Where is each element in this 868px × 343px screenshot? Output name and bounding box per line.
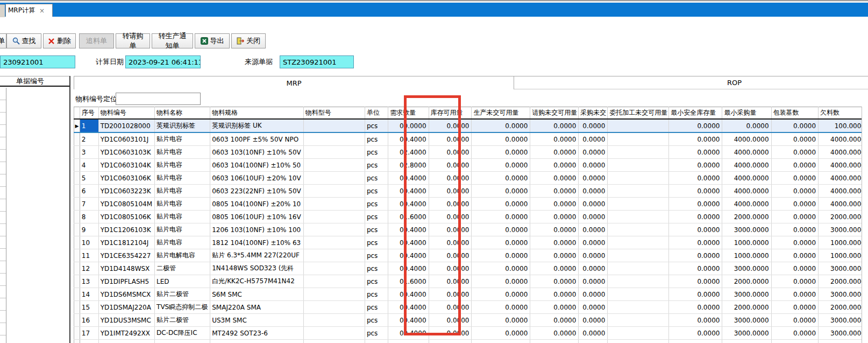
- cell-purchase-open[interactable]: 0.0000: [579, 314, 608, 327]
- cell-model[interactable]: [303, 288, 365, 301]
- cell-demand-qty[interactable]: 01.6000: [388, 275, 429, 288]
- cell-shortage-qty[interactable]: 3000.0000: [819, 314, 868, 327]
- bill-no-field[interactable]: 230921001: [0, 55, 75, 68]
- cell-shortage-qty[interactable]: 1000.0000: [819, 236, 868, 249]
- cell-demand-qty[interactable]: 00.4000: [388, 185, 429, 198]
- cell-shortage-qty[interactable]: 100.0000: [819, 119, 868, 132]
- cell-production-open[interactable]: 0.0000: [472, 146, 530, 159]
- cell-production-open[interactable]: 0.0000: [472, 172, 530, 185]
- cell-shortage-qty[interactable]: 4000.0000: [819, 132, 868, 146]
- cell-production-open[interactable]: 0.0000: [472, 159, 530, 172]
- cell-unit[interactable]: pcs: [365, 159, 388, 172]
- cell-purchase-open[interactable]: 0.0000: [579, 211, 608, 223]
- cell-code[interactable]: YD1C0603104K: [98, 159, 154, 172]
- row-selector[interactable]: [74, 185, 80, 198]
- cell-name[interactable]: 贴片二极管: [155, 288, 210, 301]
- cell-code[interactable]: YD1C1812104J: [98, 236, 154, 249]
- cell-spec[interactable]: 0603 103(10NF) ±10% 50V: [210, 146, 304, 159]
- cell-requisition-open[interactable]: 0.0000: [530, 198, 579, 211]
- cell-requisition-open[interactable]: 0.0000: [530, 211, 579, 223]
- cell-stock-available[interactable]: 0.0000: [429, 223, 472, 236]
- column-header-demand-qty[interactable]: 需求数量: [388, 107, 429, 120]
- row-selector[interactable]: ▶: [74, 119, 80, 132]
- cell-demand-qty[interactable]: 00.4000: [388, 327, 429, 340]
- cell-seq[interactable]: 5: [80, 172, 98, 185]
- cell-shortage-qty[interactable]: 1000.0000: [819, 249, 868, 262]
- tab-close-icon[interactable]: ×: [39, 8, 45, 14]
- cell-name[interactable]: 贴片电容: [155, 172, 210, 185]
- cell-demand-qty[interactable]: 00.4000: [388, 314, 429, 327]
- cell-min-purchase-qty[interactable]: 3000.0000: [722, 327, 771, 340]
- cell-subcontract-open[interactable]: [608, 262, 669, 275]
- cell-subcontract-open[interactable]: [608, 327, 669, 340]
- cell-pack-base[interactable]: 0.0000: [771, 327, 819, 340]
- cell-seq[interactable]: 13: [80, 275, 98, 288]
- source-bill-field[interactable]: STZ230921001: [280, 55, 354, 68]
- cell-shortage-qty[interactable]: 4000.0000: [819, 172, 868, 185]
- cell-shortage-qty[interactable]: 3000.0000: [819, 327, 868, 340]
- cell-min-purchase-qty[interactable]: 4000.0000: [722, 159, 771, 172]
- cell-unit[interactable]: pcs: [365, 223, 388, 236]
- cell-spec[interactable]: US3M SMC: [210, 314, 304, 327]
- cell-min-purchase-qty[interactable]: 3000.0000: [722, 288, 771, 301]
- cell-min-purchase-qty[interactable]: 2000.0000: [722, 211, 771, 223]
- doc-list[interactable]: [6, 88, 70, 343]
- cell-demand-qty[interactable]: 00.4000: [388, 301, 429, 314]
- cell-name[interactable]: 贴片电容: [155, 159, 210, 172]
- cell-seq[interactable]: 6: [80, 185, 98, 198]
- column-header-unit[interactable]: 单位: [365, 107, 388, 120]
- cell-requisition-open[interactable]: 0.0000: [530, 288, 579, 301]
- cell-spec[interactable]: 白光/KK2C-H5757M41N42: [210, 275, 304, 288]
- cell-requisition-open[interactable]: 0.0000: [530, 185, 579, 198]
- cell-subcontract-open[interactable]: [608, 132, 669, 146]
- cell-production-open[interactable]: 0.0000: [472, 314, 530, 327]
- cell-production-open[interactable]: 0.0000: [472, 275, 530, 288]
- cell-spec[interactable]: 0805 104(100NF) ±20% 10: [210, 198, 304, 211]
- cell-seq[interactable]: 1: [80, 119, 98, 132]
- cell-subcontract-open[interactable]: [608, 275, 669, 288]
- cell-requisition-open[interactable]: 0.0000: [530, 327, 579, 340]
- cell-code[interactable]: YD1C0805106K: [98, 211, 154, 223]
- cell-seq[interactable]: 14: [80, 288, 98, 301]
- cell-name[interactable]: 贴片二极管: [155, 314, 210, 327]
- column-header-min-safety-stock[interactable]: 最小安全库存量: [669, 107, 722, 120]
- cell-spec[interactable]: 1N4148WS SOD323 (先科: [210, 262, 304, 275]
- cell-spec[interactable]: 0603 100PF ±5% 50V NPO: [210, 132, 304, 146]
- cell-subcontract-open[interactable]: [608, 223, 669, 236]
- table-row[interactable]: 15YD1DSMAJ220ATVS瞬态抑制二极SMAJ220A SMApcs00…: [74, 301, 868, 314]
- partial-button[interactable]: 单: [0, 33, 6, 48]
- cell-pack-base[interactable]: 0.0000: [771, 275, 819, 288]
- cell-min-purchase-qty[interactable]: 2000.0000: [722, 275, 771, 288]
- row-selector[interactable]: [74, 172, 80, 185]
- cell-purchase-open[interactable]: 0.0000: [579, 262, 608, 275]
- cell-unit[interactable]: pcs: [365, 288, 388, 301]
- cell-requisition-open[interactable]: 0.0000: [530, 172, 579, 185]
- panel-divider[interactable]: [69, 76, 70, 343]
- cell-subcontract-open[interactable]: [608, 288, 669, 301]
- cell-model[interactable]: [303, 132, 365, 146]
- cell-pack-base[interactable]: 0.0000: [771, 146, 819, 159]
- row-selector[interactable]: [74, 262, 80, 275]
- cell-min-safety-stock[interactable]: 0.0000: [669, 249, 722, 262]
- cell-pack-base[interactable]: 0.0000: [771, 314, 819, 327]
- cell-purchase-open[interactable]: 0.0000: [579, 132, 608, 146]
- cell-min-safety-stock[interactable]: 0.0000: [669, 185, 722, 198]
- cell-demand-qty[interactable]: 00.4000: [388, 249, 429, 262]
- cell-stock-available[interactable]: 0.0000: [429, 327, 472, 340]
- cell-name[interactable]: TVS瞬态抑制二极: [155, 301, 210, 314]
- cell-pack-base[interactable]: 0.0000: [771, 172, 819, 185]
- cell-model[interactable]: [303, 301, 365, 314]
- cell-min-safety-stock[interactable]: 0.0000: [669, 301, 722, 314]
- table-row[interactable]: 7YD1C0805104M贴片电容0805 104(100NF) ±20% 10…: [74, 198, 868, 211]
- cell-model[interactable]: [303, 159, 365, 172]
- cell-model[interactable]: [303, 327, 365, 340]
- cell-code[interactable]: YD1DS6MSMCX: [98, 288, 154, 301]
- cell-code[interactable]: YD1DIPFLASH5: [98, 275, 154, 288]
- find-button[interactable]: 查找: [6, 33, 41, 48]
- cell-spec[interactable]: 英规识别标签 UK: [210, 119, 304, 132]
- row-selector[interactable]: [74, 211, 80, 223]
- cell-pack-base[interactable]: 0.0000: [771, 249, 819, 262]
- cell-shortage-qty[interactable]: 2000.0000: [819, 211, 868, 223]
- cell-spec[interactable]: MT2492 SOT23-6: [210, 327, 304, 340]
- cell-min-purchase-qty[interactable]: 4000.0000: [722, 146, 771, 159]
